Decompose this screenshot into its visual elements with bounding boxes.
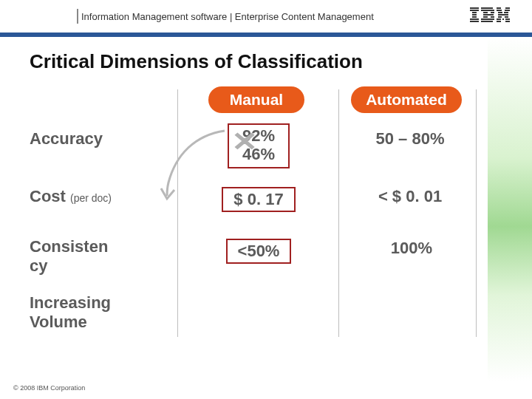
copyright-footer: © 2008 IBM Corporation xyxy=(13,384,85,392)
consistency-manual-box: <50% xyxy=(226,239,292,264)
svg-rect-1 xyxy=(470,10,479,11)
svg-rect-19 xyxy=(505,10,510,11)
svg-rect-20 xyxy=(498,12,502,13)
svg-rect-3 xyxy=(472,14,477,16)
cell-accuracy-manual: 92% 46% xyxy=(219,123,299,168)
svg-rect-0 xyxy=(470,7,479,9)
row-label-accuracy: Accuracy xyxy=(30,129,170,149)
svg-rect-2 xyxy=(472,12,477,13)
svg-rect-17 xyxy=(505,7,510,9)
cell-cost-automated: < $ 0. 01 xyxy=(355,187,466,206)
breadcrumb: Information Management software | Enterp… xyxy=(81,11,374,22)
svg-rect-15 xyxy=(481,21,493,22)
row-label-cost: Cost (per doc) xyxy=(30,187,170,206)
accuracy-manual-revised: 46% xyxy=(235,145,282,163)
cell-consistency-automated: 100% xyxy=(364,239,460,258)
accuracy-manual-original: 92% xyxy=(235,126,282,145)
cell-cost-manual: $ 0. 17 xyxy=(219,187,299,212)
svg-rect-14 xyxy=(481,18,494,20)
cell-consistency-manual: <50% xyxy=(219,239,299,264)
side-gradient-decoration xyxy=(488,37,532,381)
svg-rect-26 xyxy=(502,18,504,20)
svg-rect-29 xyxy=(505,21,510,22)
accuracy-manual-box: 92% 46% xyxy=(228,123,290,168)
header-bar: Information Management software | Enterp… xyxy=(0,0,532,33)
svg-rect-25 xyxy=(497,18,501,20)
svg-rect-16 xyxy=(497,7,501,9)
svg-rect-4 xyxy=(472,16,477,18)
svg-rect-9 xyxy=(483,12,488,13)
svg-rect-7 xyxy=(481,7,493,9)
svg-rect-13 xyxy=(491,16,494,18)
svg-rect-6 xyxy=(470,21,479,22)
row-label-cost-text: Cost xyxy=(30,187,66,205)
row-label-consistency: Consisten cy xyxy=(30,237,170,276)
svg-rect-23 xyxy=(498,16,502,18)
svg-rect-10 xyxy=(491,12,494,13)
divider xyxy=(338,89,339,337)
svg-rect-11 xyxy=(483,14,494,16)
svg-rect-24 xyxy=(505,16,508,18)
divider xyxy=(177,89,178,337)
svg-rect-22 xyxy=(498,14,508,16)
slide-title: Critical Dimensions of Classification xyxy=(0,37,532,86)
svg-rect-8 xyxy=(481,10,494,11)
svg-rect-5 xyxy=(470,18,479,20)
cost-manual-box: $ 0. 17 xyxy=(222,187,295,212)
svg-rect-21 xyxy=(504,12,508,13)
svg-rect-27 xyxy=(505,18,510,20)
row-label-cost-unit: (per doc) xyxy=(70,192,112,204)
ibm-logo-icon xyxy=(470,7,510,22)
svg-rect-12 xyxy=(483,16,488,18)
column-header-automated: Automated xyxy=(351,86,462,113)
cell-accuracy-automated: 50 – 80% xyxy=(355,129,466,149)
divider xyxy=(476,89,477,337)
svg-rect-28 xyxy=(497,21,501,22)
row-label-volume: Increasing Volume xyxy=(30,293,170,332)
svg-rect-18 xyxy=(497,10,502,11)
column-header-manual: Manual xyxy=(208,86,304,113)
